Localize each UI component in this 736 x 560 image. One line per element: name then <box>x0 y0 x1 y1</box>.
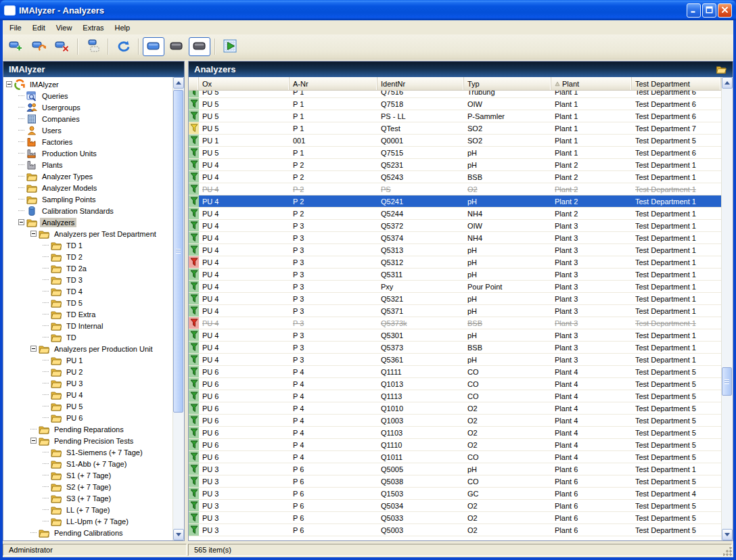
column-header-plant[interactable]: Plant <box>551 77 632 90</box>
table-row-ps-ll[interactable]: PU 5P 1PS - LLP-SammlerPlant 1Test Depar… <box>189 110 721 122</box>
tree-item-pu-1[interactable]: PU 1 <box>3 354 172 366</box>
table-row-ps[interactable]: PU 4P 2PSO2Plant 2Test Department 1 <box>189 183 721 195</box>
expander-minus-icon[interactable] <box>30 231 37 237</box>
add-item-button[interactable] <box>5 37 27 56</box>
tree-item-td-extra[interactable]: TD Extra <box>3 308 172 320</box>
tree-item-plants[interactable]: Plants <box>3 159 172 170</box>
tree-scrollbar-track[interactable] <box>173 89 184 529</box>
menu-help[interactable]: Help <box>110 22 136 34</box>
tree-scroll-up-button[interactable] <box>173 77 184 89</box>
table-row-q5321[interactable]: PU 4P 3Q5321pHPlant 3Test Department 1 <box>189 293 721 305</box>
tree-item-pu-2[interactable]: PU 2 <box>3 366 172 377</box>
table-row-q1010[interactable]: PU 6P 4Q1010O2Plant 4Test Department 5 <box>189 402 721 415</box>
resize-grip[interactable] <box>723 547 732 556</box>
table-row-q1103[interactable]: PU 6P 4Q1103O2Plant 4Test Department 5 <box>189 427 721 439</box>
table-row-q5313[interactable]: PU 4P 3Q5313pHPlant 3Test Department 1 <box>189 244 721 256</box>
tree-item-s1-7-tage[interactable]: S1 (+ 7 Tage) <box>3 469 172 481</box>
tree-item-usergroups[interactable]: Usergroups <box>3 101 172 113</box>
table-row-q5033[interactable]: PU 3P 6Q5033O2Plant 6Test Department 5 <box>189 512 721 524</box>
table-scrollbar[interactable] <box>721 77 733 540</box>
tree-item-s2-7-tage[interactable]: S2 (+ 7 Tage) <box>3 481 172 492</box>
tree-item-users[interactable]: Users <box>3 124 172 136</box>
tree-item-td-2[interactable]: TD 2 <box>3 251 172 262</box>
table-row-qtest[interactable]: PU 5P 1QTestSO2Plant 1Test Department 7 <box>189 122 721 135</box>
tree-item-td-2a[interactable]: TD 2a <box>3 262 172 274</box>
tree-item-analyzers-per-production-unit[interactable]: Analyzers per Production Unit <box>3 343 172 354</box>
tree-item-production-units[interactable]: Production Units <box>3 147 172 159</box>
tree-item-td-internal[interactable]: TD Internal <box>3 320 172 331</box>
table-row-pxy[interactable]: PU 4P 3PxyPour PointPlant 3Test Departme… <box>189 281 721 293</box>
expander-minus-icon[interactable] <box>6 81 12 87</box>
view-deleted-toggle[interactable] <box>189 37 210 56</box>
menu-file[interactable]: File <box>4 22 27 34</box>
close-button[interactable] <box>718 3 732 18</box>
table-row-q5312[interactable]: PU 4P 3Q5312pHPlant 3Test Department 1 <box>189 256 721 269</box>
tree-item-pu-4[interactable]: PU 4 <box>3 389 172 400</box>
table-row-q5005[interactable]: PU 3P 6Q5005pHPlant 6Test Department 1 <box>189 463 721 475</box>
tree-item-s1-siemens-7-tage[interactable]: S1-Siemens (+ 7 Tage) <box>3 446 172 458</box>
tree-item-analyzer-models[interactable]: Analyzer Models <box>3 182 172 193</box>
table-row-q1011[interactable]: PU 6P 4Q1011COPlant 4Test Department 5 <box>189 451 721 463</box>
table-row-q5361[interactable]: PU 4P 3Q5361pHPlant 3Test Department 1 <box>189 354 721 366</box>
table-row-q5373[interactable]: PU 4P 3Q5373BSBPlant 3Test Department 1 <box>189 342 721 354</box>
copy-template-button[interactable] <box>82 37 104 56</box>
column-header-status[interactable] <box>189 77 199 90</box>
table-row-q1110[interactable]: PU 6P 4Q1110O2Plant 4Test Department 5 <box>189 439 721 451</box>
table-row-q5038[interactable]: PU 3P 6Q5038COPlant 6Test Department 5 <box>189 475 721 488</box>
table-scrollbar-thumb[interactable] <box>722 367 732 396</box>
tree-item-pu-6[interactable]: PU 6 <box>3 412 172 423</box>
column-header-ox[interactable]: Ox <box>199 77 290 90</box>
table-row-q5243[interactable]: PU 4P 2Q5243BSBPlant 2Test Department 1 <box>189 171 721 183</box>
tree-item-td-4[interactable]: TD 4 <box>3 285 172 297</box>
maximize-button[interactable] <box>702 3 716 18</box>
tree-item-queries[interactable]: Queries <box>3 90 172 101</box>
view-active-toggle[interactable] <box>143 37 164 56</box>
tree-item-ll-7-tage[interactable]: LL (+ 7 Tage) <box>3 504 172 515</box>
tree-item-td-3[interactable]: TD 3 <box>3 274 172 285</box>
menu-view[interactable]: View <box>51 22 78 34</box>
table-row-q1111[interactable]: PU 6P 4Q1111COPlant 4Test Department 5 <box>189 366 721 378</box>
expander-minus-icon[interactable] <box>30 438 37 444</box>
table-row-q5371[interactable]: PU 4P 3Q5371pHPlant 3Test Department 1 <box>189 305 721 317</box>
tree-item-analyzer-types[interactable]: Analyzer Types <box>3 170 172 182</box>
table-row-q5034[interactable]: PU 3P 6Q5034O2Plant 6Test Department 5 <box>189 500 721 512</box>
table-row-q1003[interactable]: PU 6P 4Q1003O2Plant 4Test Department 5 <box>189 415 721 427</box>
table-row-q5003[interactable]: PU 3P 6Q5003O2Plant 6Test Department 5 <box>189 524 721 536</box>
table-row-q5311[interactable]: PU 4P 3Q5311pHPlant 3Test Department 1 <box>189 269 721 281</box>
tree-item-calibration-standards[interactable]: Calibration Standards <box>3 205 172 216</box>
table-row-q7518[interactable]: PU 5P 1Q7518OIWPlant 1Test Department 6 <box>189 98 721 110</box>
tree-scroll-down-button[interactable] <box>173 529 184 540</box>
tree-item-pu-3[interactable]: PU 3 <box>3 377 172 389</box>
table-row-q1503[interactable]: PU 3P 6Q1503GCPlant 6Test Department 4 <box>189 488 721 500</box>
menu-edit[interactable]: Edit <box>27 22 51 34</box>
table-row-q0001[interactable]: PU 1001Q0001SO2Plant 1Test Department 5 <box>189 135 721 147</box>
refresh-button[interactable] <box>112 37 134 56</box>
table-row-q5301[interactable]: PU 4P 3Q5301pHPlant 3Test Department 1 <box>189 329 721 342</box>
tree-item-s1-abb-7-tage[interactable]: S1-Abb (+ 7 Tage) <box>3 458 172 469</box>
tree-item-pending-reparations[interactable]: Pending Reparations <box>3 423 172 435</box>
tree-item-td[interactable]: TD <box>3 331 172 343</box>
tree-item-analyzers-per-test-department[interactable]: Analyzers per Test Department <box>3 228 172 239</box>
table-row-q5373k[interactable]: PU 4P 3Q5373kBSBPlant 3Test Department 1 <box>189 317 721 329</box>
tree-scrollbar[interactable] <box>172 77 184 540</box>
table-row-q5244[interactable]: PU 4P 2Q5244NH4Plant 2Test Department 1 <box>189 208 721 220</box>
tree-item-pu-5[interactable]: PU 5 <box>3 400 172 412</box>
column-header-typ[interactable]: Typ <box>464 77 551 90</box>
table-scroll-down-button[interactable] <box>722 529 733 540</box>
tree-item-pending-calibrations[interactable]: Pending Calibrations <box>3 527 172 538</box>
table-scrollbar-track[interactable] <box>722 89 733 529</box>
tree-item-companies[interactable]: Companies <box>3 113 172 124</box>
run-query-button[interactable] <box>219 37 241 56</box>
table-row-q1113[interactable]: PU 6P 4Q1113COPlant 4Test Department 5 <box>189 390 721 402</box>
tree-item-factories[interactable]: Factories <box>3 136 172 147</box>
menu-extras[interactable]: Extras <box>77 22 109 34</box>
delete-item-button[interactable] <box>51 37 73 56</box>
edit-item-button[interactable] <box>28 37 50 56</box>
table-scroll-up-button[interactable] <box>722 77 733 89</box>
table-row-q1013[interactable]: PU 6P 4Q1013COPlant 4Test Department 5 <box>189 378 721 390</box>
column-header-td[interactable]: Test Department <box>632 77 721 90</box>
tree-item-sampling-points[interactable]: Sampling Points <box>3 193 172 205</box>
tree-scrollbar-thumb[interactable] <box>173 90 183 413</box>
expander-minus-icon[interactable] <box>18 219 24 225</box>
tree-item-imalyzer[interactable]: IMAlyzer <box>3 78 172 90</box>
